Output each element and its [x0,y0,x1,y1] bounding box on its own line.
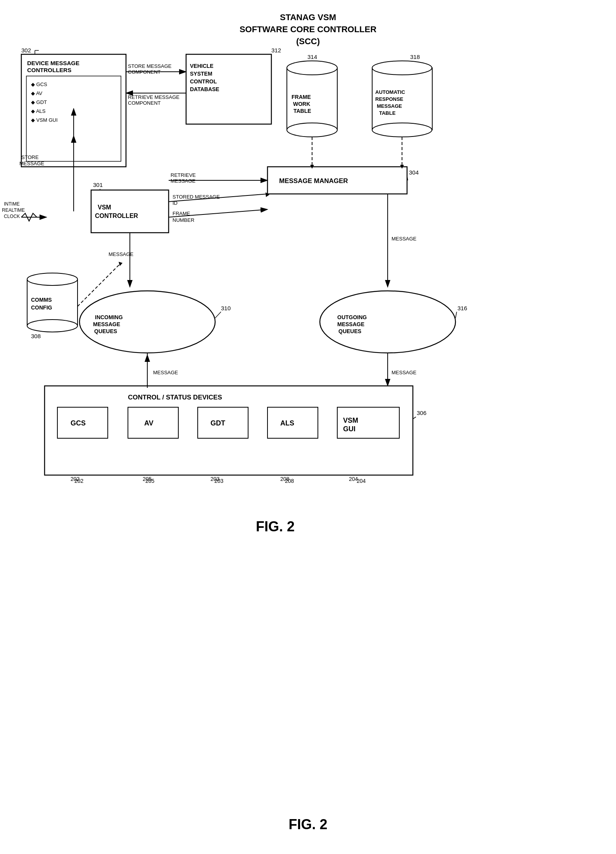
svg-text:VEHICLE: VEHICLE [190,63,214,69]
svg-text:301: 301 [93,182,103,188]
svg-text:316: 316 [457,305,467,311]
svg-line-88 [215,312,221,318]
svg-text:COMMS: COMMS [31,297,52,303]
svg-point-74 [27,273,78,285]
svg-text:TABLE: TABLE [293,108,311,114]
svg-line-100 [456,312,457,318]
svg-text:ID: ID [173,200,178,206]
svg-text:QUEUES: QUEUES [94,328,117,334]
svg-text:SYSTEM: SYSTEM [190,71,212,77]
svg-text:GDT: GDT [211,419,225,427]
svg-text:GCS: GCS [71,419,86,427]
svg-text:DEVICE MESSAGE: DEVICE MESSAGE [27,60,79,66]
svg-text:CLOCK: CLOCK [4,214,20,219]
svg-text:208: 208 [285,478,294,484]
svg-point-34 [372,123,432,137]
svg-text:202: 202 [74,478,84,484]
fig-label: FIG. 2 [0,816,616,833]
svg-text:302: 302 [21,47,31,54]
svg-text:MESSAGE: MESSAGE [337,321,364,327]
svg-text:CONTROL: CONTROL [190,78,217,85]
svg-text:VSM: VSM [343,417,358,424]
diagram-container: STANAG VSM SOFTWARE CORE CONTROLLER (SCC… [0,0,616,854]
svg-text:MESSAGE: MESSAGE [392,370,417,375]
svg-text:INTIME: INTIME [4,201,20,207]
svg-text:STORE: STORE [21,154,39,160]
svg-text:MESSAGE: MESSAGE [171,178,196,184]
svg-text:◆ GDT: ◆ GDT [31,99,47,105]
svg-text:306: 306 [417,410,426,416]
svg-point-33 [372,61,432,75]
svg-text:AUTOMATIC: AUTOMATIC [375,89,405,95]
svg-text:DATABASE: DATABASE [190,86,219,92]
svg-text:COMPONENT: COMPONENT [128,100,161,106]
svg-text:◆ ALS: ◆ ALS [31,108,46,114]
svg-text:NUMBER: NUMBER [173,217,194,223]
svg-point-75 [27,320,78,332]
svg-text:CONTROLLERS: CONTROLLERS [27,67,71,73]
svg-text:MESSAGE: MESSAGE [153,370,178,375]
svg-text:FRAME: FRAME [292,94,311,100]
svg-text:MESSAGE: MESSAGE [93,321,120,327]
svg-text:FIG. 2: FIG. 2 [256,519,295,534]
svg-text:RETRIEVE MESSAGE: RETRIEVE MESSAGE [128,94,179,100]
svg-text:MESSAGE: MESSAGE [109,251,134,257]
svg-text:STORE MESSAGE: STORE MESSAGE [128,63,172,69]
svg-text:WORK: WORK [293,101,310,107]
svg-point-27 [287,123,337,137]
diagram-svg: DEVICE MESSAGE CONTROLLERS ◆ GCS ◆ AV ◆ … [0,0,616,854]
svg-text:GUI: GUI [343,425,355,433]
svg-text:◆ VSM GUI: ◆ VSM GUI [31,117,58,123]
svg-text:CONFIG: CONFIG [31,304,52,311]
svg-text:QUEUES: QUEUES [338,328,361,334]
svg-text:◆ AV: ◆ AV [31,90,43,96]
svg-text:203: 203 [214,478,224,484]
svg-text:318: 318 [410,54,420,60]
svg-text:312: 312 [271,47,281,54]
svg-text:ALS: ALS [280,419,294,427]
svg-text:204: 204 [357,478,366,484]
svg-text:MESSAGE: MESSAGE [392,236,417,242]
svg-text:CONTROLLER: CONTROLLER [95,213,138,219]
svg-text:310: 310 [221,305,231,311]
svg-text:◆ GCS: ◆ GCS [31,81,47,87]
svg-point-26 [287,61,337,75]
svg-text:REALTIME: REALTIME [2,207,25,213]
svg-text:TABLE: TABLE [379,110,396,116]
svg-text:COMPONENT: COMPONENT [128,69,161,75]
svg-text:STORED MESSAGE: STORED MESSAGE [173,194,220,200]
svg-text:AV: AV [144,419,154,427]
svg-text:INCOMING: INCOMING [95,314,123,320]
svg-text:308: 308 [31,333,41,339]
svg-text:RETRIEVE: RETRIEVE [171,172,196,178]
svg-text:205: 205 [145,478,155,484]
svg-text:MESSAGE: MESSAGE [377,103,402,109]
svg-text:MESSAGE: MESSAGE [19,161,45,166]
svg-rect-48 [91,190,169,233]
svg-text:314: 314 [307,54,317,60]
svg-text:304: 304 [409,169,419,176]
svg-text:FRAME: FRAME [173,211,190,216]
svg-marker-80 [119,262,123,266]
svg-text:VSM: VSM [98,204,111,211]
svg-text:CONTROL / STATUS DEVICES: CONTROL / STATUS DEVICES [128,394,222,401]
svg-text:OUTGOING: OUTGOING [337,314,367,320]
svg-text:RESPONSE: RESPONSE [375,96,404,102]
svg-text:MESSAGE MANAGER: MESSAGE MANAGER [279,177,348,185]
